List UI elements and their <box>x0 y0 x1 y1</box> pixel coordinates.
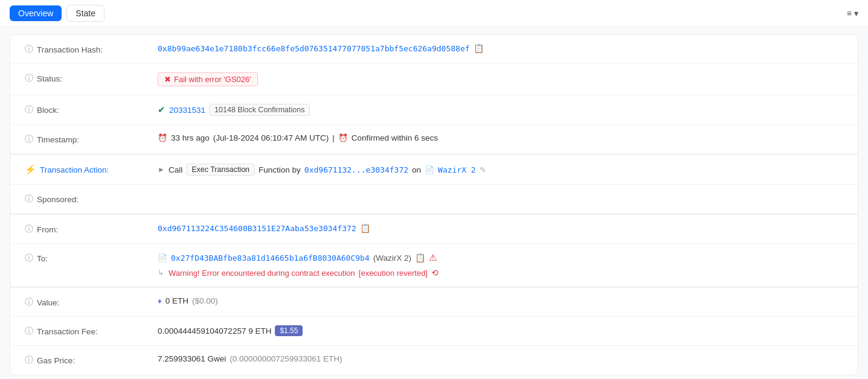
value-eth: 0 ETH <box>166 296 188 305</box>
sub-arrow-icon: ↳ <box>158 269 164 277</box>
timestamp-label: ⓘ Timestamp: <box>25 133 158 145</box>
list-menu-button[interactable]: ≡ ▾ <box>847 8 858 18</box>
fee-usd-badge: $1.55 <box>275 325 303 336</box>
state-button[interactable]: State <box>66 5 104 22</box>
from-address-link[interactable]: 0xd967113224C354600B3151E27Aaba53e3034f3… <box>158 224 356 233</box>
gas-eth: (0.000000007259933061 ETH) <box>230 354 342 363</box>
doc-icon: 📄 <box>425 165 434 174</box>
action-on-text: on <box>412 165 421 174</box>
reverted-circle-icon: ⟲ <box>431 268 439 278</box>
action-function-text: Function by <box>259 165 301 174</box>
list-icon: ≡ <box>847 8 852 18</box>
arrow-right-icon: ► <box>158 165 165 174</box>
to-warning-row: ↳ Warning! Error encountered during cont… <box>158 268 843 278</box>
chevron-down-icon: ▾ <box>854 8 858 18</box>
from-help-icon[interactable]: ⓘ <box>25 224 33 235</box>
value-label: ⓘ Value: <box>25 296 158 308</box>
action-by-address-link[interactable]: 0xd9671132...e3034f372 <box>304 165 408 174</box>
to-name: (WazirX 2) <box>373 253 411 263</box>
action-contract-link[interactable]: WazirX 2 <box>438 165 476 174</box>
status-value-container: ✖ Fail with error 'GS026' <box>158 72 843 86</box>
transaction-card: ⓘ Transaction Hash: 0x8b99ae634e1e7180b3… <box>10 34 858 375</box>
to-warning-icon: ⚠ <box>429 252 437 263</box>
fee-label: ⓘ Transaction Fee: <box>25 325 158 337</box>
timestamp-separator: | <box>332 133 335 142</box>
from-row: ⓘ From: 0xd967113224C354600B3151E27Aaba5… <box>10 214 858 244</box>
timestamp-row: ⓘ Timestamp: ⏰ 33 hrs ago (Jul-18-2024 0… <box>10 125 858 154</box>
action-call-text: Call <box>169 165 182 174</box>
from-copy-icon[interactable]: 📋 <box>360 223 370 233</box>
transaction-action-label: ⚡ Transaction Action: <box>25 164 158 175</box>
to-label: ⓘ To: <box>25 252 158 264</box>
sponsored-label: ⓘ Sponsored: <box>25 193 158 205</box>
exec-transaction-badge: Exec Transaction <box>186 164 255 176</box>
value-help-icon[interactable]: ⓘ <box>25 297 33 308</box>
warning-text: Warning! Error encountered during contra… <box>169 269 355 278</box>
fee-eth: 0.000444459104072257 9 ETH <box>158 326 271 336</box>
block-number-link[interactable]: 20331531 <box>169 106 205 115</box>
overview-button[interactable]: Overview <box>10 5 62 21</box>
hash-link[interactable]: 0x8b99ae634e1e7180b3fcc66e8fe5d076351477… <box>158 44 470 53</box>
to-address-link[interactable]: 0x27fD43BABfbe83a81d14665b1a6fB8030A60C9… <box>171 253 370 263</box>
block-label: ⓘ Block: <box>25 104 158 115</box>
fail-circle-icon: ✖ <box>164 75 171 84</box>
from-label: ⓘ From: <box>25 223 158 235</box>
hash-label: ⓘ Transaction Hash: <box>25 43 158 55</box>
to-value-container: 📄 0x27fD43BABfbe83a81d14665b1a6fB8030A60… <box>158 252 843 278</box>
hash-value-container: 0x8b99ae634e1e7180b3fcc66e8fe5d076351477… <box>158 43 843 53</box>
to-doc-icon: 📄 <box>158 253 167 263</box>
gas-row: ⓘ Gas Price: 7.259933061 Gwei (0.0000000… <box>10 346 858 375</box>
from-value-container: 0xd967113224C354600B3151E27Aaba53e3034f3… <box>158 223 843 233</box>
block-row: ⓘ Block: ✔ 20331531 10148 Block Confirma… <box>10 95 858 125</box>
sponsored-help-icon[interactable]: ⓘ <box>25 194 33 205</box>
gas-gwei: 7.259933061 Gwei <box>158 354 226 363</box>
eth-icon: ♦ <box>158 296 162 305</box>
value-row: ⓘ Value: ♦ 0 ETH ($0.00) <box>10 287 858 317</box>
status-help-icon[interactable]: ⓘ <box>25 73 33 84</box>
fee-row: ⓘ Transaction Fee: 0.000444459104072257 … <box>10 317 858 346</box>
block-confirmations-badge: 10148 Block Confirmations <box>209 104 310 116</box>
timestamp-date: (Jul-18-2024 06:10:47 AM UTC) <box>213 133 329 142</box>
clock-icon: ⏰ <box>158 133 167 142</box>
timestamp-value-container: ⏰ 33 hrs ago (Jul-18-2024 06:10:47 AM UT… <box>158 133 843 142</box>
to-address-line: 📄 0x27fD43BABfbe83a81d14665b1a6fB8030A60… <box>158 252 437 263</box>
status-badge: ✖ Fail with error 'GS026' <box>158 72 258 86</box>
timestamp-help-icon[interactable]: ⓘ <box>25 134 33 145</box>
block-check-icon: ✔ <box>158 104 166 115</box>
value-usd: ($0.00) <box>192 296 218 305</box>
gas-value-container: 7.259933061 Gwei (0.000000007259933061 E… <box>158 354 843 363</box>
transaction-action-row: ⚡ Transaction Action: ► Call Exec Transa… <box>10 154 858 185</box>
status-label: ⓘ Status: <box>25 72 158 84</box>
to-row: ⓘ To: 📄 0x27fD43BABfbe83a81d14665b1a6fB8… <box>10 244 858 287</box>
execution-reverted-text: [execution reverted] <box>359 269 428 278</box>
fee-value-container: 0.000444459104072257 9 ETH $1.55 <box>158 325 843 336</box>
timestamp-ago: 33 hrs ago <box>171 133 210 142</box>
hash-copy-icon[interactable]: 📋 <box>474 43 484 53</box>
top-bar-left: Overview State <box>10 5 104 22</box>
gas-help-icon[interactable]: ⓘ <box>25 355 33 366</box>
value-value-container: ♦ 0 ETH ($0.00) <box>158 296 843 305</box>
clock-confirmed-icon: ⏰ <box>338 133 348 142</box>
to-copy-icon[interactable]: 📋 <box>415 253 425 263</box>
sponsored-row: ⓘ Sponsored: <box>10 185 858 214</box>
edit-icon[interactable]: ✎ <box>480 165 486 174</box>
top-bar: Overview State ≡ ▾ <box>0 0 868 27</box>
hash-help-icon[interactable]: ⓘ <box>25 44 33 55</box>
hash-row: ⓘ Transaction Hash: 0x8b99ae634e1e7180b3… <box>10 35 858 64</box>
transaction-action-value: ► Call Exec Transaction Function by 0xd9… <box>158 164 843 176</box>
gas-label: ⓘ Gas Price: <box>25 354 158 366</box>
block-help-icon[interactable]: ⓘ <box>25 104 33 115</box>
block-value-container: ✔ 20331531 10148 Block Confirmations <box>158 104 843 116</box>
lightning-icon: ⚡ <box>25 164 36 175</box>
timestamp-confirmed: Confirmed within 6 secs <box>352 133 438 142</box>
fee-help-icon[interactable]: ⓘ <box>25 326 33 337</box>
status-row: ⓘ Status: ✖ Fail with error 'GS026' <box>10 64 858 95</box>
to-help-icon[interactable]: ⓘ <box>25 253 33 264</box>
